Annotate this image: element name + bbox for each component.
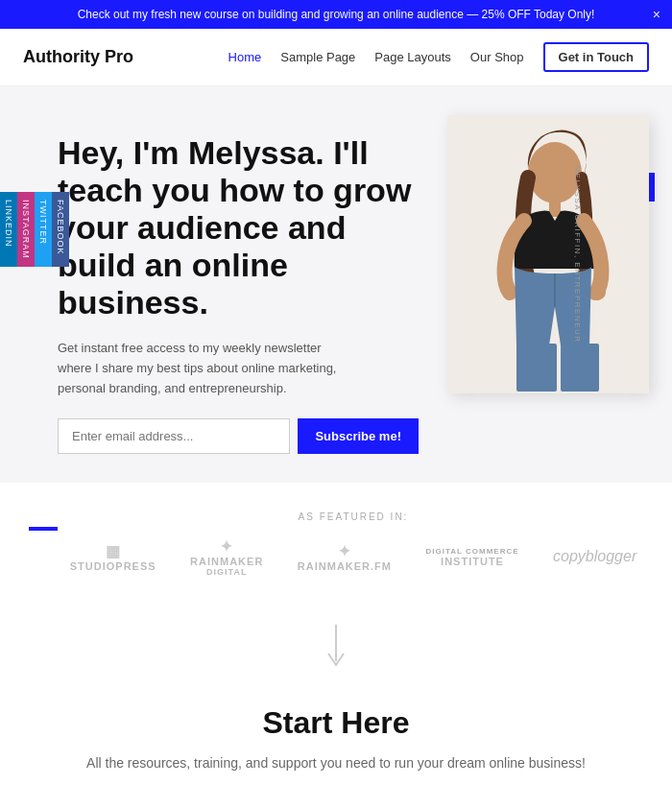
blue-accent-right: [649, 173, 655, 202]
facebook-social-link[interactable]: Facebook: [52, 192, 69, 267]
twitter-social-link[interactable]: Twitter: [35, 192, 52, 267]
hero-subtext: Get instant free access to my weekly new…: [58, 339, 346, 398]
hero-section: Hey, I'm Melyssa. I'll teach you how to …: [0, 86, 672, 483]
subscribe-button[interactable]: Subscribe me!: [298, 418, 419, 454]
svg-rect-6: [516, 344, 557, 392]
nav-get-in-touch-button[interactable]: Get in Touch: [543, 42, 649, 72]
featured-label: AS FEATURED IN:: [58, 511, 649, 522]
site-header: Authority Pro Home Sample Page Page Layo…: [0, 29, 672, 86]
nav-our-shop[interactable]: Our Shop: [470, 50, 524, 64]
nav-page-layouts[interactable]: Page Layouts: [374, 50, 451, 64]
hero-image-wrapper: MELYSSA GRIFFIN, ENTREPRENEUR: [447, 115, 649, 393]
email-form: Subscribe me!: [58, 418, 419, 454]
announcement-close-button[interactable]: ×: [653, 7, 660, 22]
featured-logos: ▦ STUDIOPRESS ✦ RAINMAKERDIGITAL ✦ RAINM…: [58, 537, 649, 577]
hero-person-svg: [447, 115, 649, 393]
nav-sample-page[interactable]: Sample Page: [280, 50, 355, 64]
hero-image-caption: MELYSSA GRIFFIN, ENTREPRENEUR: [573, 165, 582, 343]
divider-arrow: [322, 625, 350, 673]
blue-accent-left: [29, 527, 58, 531]
start-here-title: Start Here: [23, 705, 649, 741]
featured-logo-rainmaker-digital: ✦ RAINMAKERDIGITAL: [190, 537, 263, 577]
start-here-section: Start Here All the resources, training, …: [0, 696, 672, 808]
nav-home[interactable]: Home: [228, 50, 262, 64]
divider-section: [0, 596, 672, 696]
featured-logo-copyblogger: copyblogger: [553, 548, 636, 565]
featured-logo-digital-commerce: Digital CommerceINSTITUTE: [426, 547, 519, 567]
social-sidebar: Facebook Twitter Instagram LinkedIn: [0, 192, 69, 267]
featured-section: AS FEATURED IN: ▦ STUDIOPRESS ✦ RAINMAKE…: [0, 483, 672, 596]
hero-headline: Hey, I'm Melyssa. I'll teach you how to …: [58, 134, 419, 321]
start-here-subtitle: All the resources, training, and support…: [23, 752, 649, 773]
announcement-text: Check out my fresh new course on buildin…: [78, 8, 595, 21]
featured-logo-studiopress: ▦ STUDIOPRESS: [70, 542, 156, 572]
instagram-social-link[interactable]: Instagram: [17, 192, 35, 267]
hero-content: Hey, I'm Melyssa. I'll teach you how to …: [58, 125, 419, 454]
site-logo: Authority Pro: [23, 47, 133, 67]
email-input[interactable]: [58, 418, 290, 454]
linkedin-social-link[interactable]: LinkedIn: [0, 192, 17, 267]
hero-image: MELYSSA GRIFFIN, ENTREPRENEUR: [447, 115, 649, 393]
featured-logo-rainmaker-fm: ✦ RAINMAKER.FM: [298, 542, 392, 572]
announcement-bar: Check out my fresh new course on buildin…: [0, 0, 672, 29]
svg-rect-7: [561, 344, 599, 392]
main-nav: Home Sample Page Page Layouts Our Shop G…: [228, 42, 649, 72]
